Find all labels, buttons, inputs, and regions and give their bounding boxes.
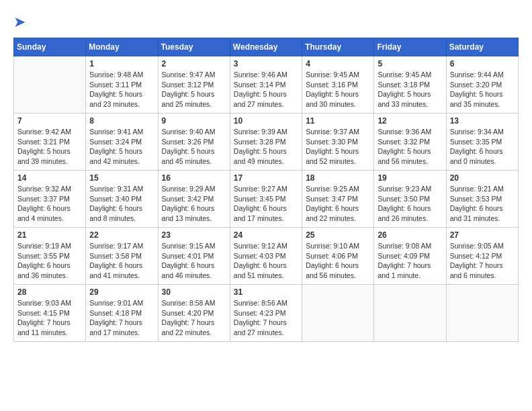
- day-info: Sunrise: 9:21 AMSunset: 3:53 PMDaylight:…: [450, 184, 515, 224]
- day-number: 27: [450, 230, 515, 240]
- calendar-cell: 14Sunrise: 9:32 AMSunset: 3:37 PMDayligh…: [14, 171, 86, 228]
- calendar-cell: 31Sunrise: 8:56 AMSunset: 4:23 PMDayligh…: [230, 285, 302, 342]
- day-number: 8: [89, 116, 154, 126]
- day-number: 15: [89, 173, 154, 183]
- day-number: 16: [162, 173, 226, 183]
- day-info: Sunrise: 9:17 AMSunset: 3:58 PMDaylight:…: [89, 241, 154, 281]
- day-number: 22: [89, 230, 154, 240]
- day-number: 26: [378, 230, 442, 240]
- calendar-cell: 26Sunrise: 9:08 AMSunset: 4:09 PMDayligh…: [374, 228, 446, 285]
- day-number: 11: [306, 116, 370, 126]
- day-info: Sunrise: 9:03 AMSunset: 4:15 PMDaylight:…: [17, 298, 82, 338]
- day-number: 10: [234, 116, 298, 126]
- calendar-cell: 7Sunrise: 9:42 AMSunset: 3:21 PMDaylight…: [14, 113, 86, 171]
- calendar-cell: [302, 285, 374, 342]
- day-number: 24: [234, 230, 298, 240]
- day-info: Sunrise: 9:42 AMSunset: 3:21 PMDaylight:…: [17, 127, 82, 167]
- calendar-table: SundayMondayTuesdayWednesdayThursdayFrid…: [13, 38, 519, 342]
- calendar-cell: 19Sunrise: 9:23 AMSunset: 3:50 PMDayligh…: [374, 171, 446, 228]
- day-info: Sunrise: 9:27 AMSunset: 3:45 PMDaylight:…: [234, 184, 298, 224]
- day-number: 14: [17, 173, 82, 183]
- calendar-cell: [14, 56, 86, 113]
- calendar-cell: 8Sunrise: 9:41 AMSunset: 3:24 PMDaylight…: [86, 113, 158, 171]
- day-info: Sunrise: 9:45 AMSunset: 3:16 PMDaylight:…: [306, 70, 370, 109]
- calendar-cell: [374, 285, 446, 342]
- day-info: Sunrise: 9:10 AMSunset: 4:06 PMDaylight:…: [306, 241, 370, 281]
- weekday-header-wednesday: Wednesday: [230, 38, 302, 56]
- day-info: Sunrise: 9:37 AMSunset: 3:30 PMDaylight:…: [306, 127, 370, 167]
- calendar-cell: 28Sunrise: 9:03 AMSunset: 4:15 PMDayligh…: [14, 285, 86, 342]
- page-header: ➤: [13, 13, 519, 31]
- calendar-cell: 1Sunrise: 9:48 AMSunset: 3:11 PMDaylight…: [86, 56, 158, 113]
- day-info: Sunrise: 9:31 AMSunset: 3:40 PMDaylight:…: [89, 184, 154, 224]
- day-number: 23: [162, 230, 226, 240]
- calendar-cell: 22Sunrise: 9:17 AMSunset: 3:58 PMDayligh…: [86, 228, 158, 285]
- day-info: Sunrise: 9:12 AMSunset: 4:03 PMDaylight:…: [234, 241, 298, 281]
- calendar-cell: 16Sunrise: 9:29 AMSunset: 3:42 PMDayligh…: [158, 171, 230, 228]
- calendar-cell: 29Sunrise: 9:01 AMSunset: 4:18 PMDayligh…: [86, 285, 158, 342]
- calendar-cell: 5Sunrise: 9:45 AMSunset: 3:18 PMDaylight…: [374, 56, 446, 113]
- day-number: 6: [450, 59, 515, 68]
- calendar-cell: 2Sunrise: 9:47 AMSunset: 3:12 PMDaylight…: [158, 56, 230, 113]
- day-number: 25: [306, 230, 370, 240]
- weekday-header-thursday: Thursday: [302, 38, 374, 56]
- calendar-cell: 21Sunrise: 9:19 AMSunset: 3:55 PMDayligh…: [14, 228, 86, 285]
- day-number: 17: [234, 173, 298, 183]
- calendar-cell: 17Sunrise: 9:27 AMSunset: 3:45 PMDayligh…: [230, 171, 302, 228]
- calendar-cell: 25Sunrise: 9:10 AMSunset: 4:06 PMDayligh…: [302, 228, 374, 285]
- day-number: 7: [17, 116, 82, 126]
- week-row-3: 14Sunrise: 9:32 AMSunset: 3:37 PMDayligh…: [14, 171, 519, 228]
- calendar-cell: 27Sunrise: 9:05 AMSunset: 4:12 PMDayligh…: [446, 228, 518, 285]
- calendar-cell: 11Sunrise: 9:37 AMSunset: 3:30 PMDayligh…: [302, 113, 374, 171]
- calendar-cell: 6Sunrise: 9:44 AMSunset: 3:20 PMDaylight…: [446, 56, 518, 113]
- day-info: Sunrise: 8:58 AMSunset: 4:20 PMDaylight:…: [162, 298, 226, 338]
- day-number: 1: [89, 59, 154, 68]
- logo: ➤: [13, 13, 26, 31]
- day-number: 4: [306, 59, 370, 68]
- day-info: Sunrise: 9:32 AMSunset: 3:37 PMDaylight:…: [17, 184, 82, 224]
- day-info: Sunrise: 9:29 AMSunset: 3:42 PMDaylight:…: [162, 184, 226, 224]
- day-number: 2: [162, 59, 226, 68]
- calendar-cell: 30Sunrise: 8:58 AMSunset: 4:20 PMDayligh…: [158, 285, 230, 342]
- day-info: Sunrise: 9:23 AMSunset: 3:50 PMDaylight:…: [378, 184, 442, 224]
- weekday-header-row: SundayMondayTuesdayWednesdayThursdayFrid…: [14, 38, 519, 56]
- calendar-cell: 10Sunrise: 9:39 AMSunset: 3:28 PMDayligh…: [230, 113, 302, 171]
- day-info: Sunrise: 9:48 AMSunset: 3:11 PMDaylight:…: [89, 70, 154, 109]
- day-number: 9: [162, 116, 226, 126]
- day-info: Sunrise: 9:44 AMSunset: 3:20 PMDaylight:…: [450, 70, 515, 109]
- weekday-header-monday: Monday: [86, 38, 158, 56]
- day-number: 19: [378, 173, 442, 183]
- day-number: 30: [162, 287, 226, 297]
- logo-bird-icon: ➤: [13, 13, 26, 30]
- calendar-cell: 12Sunrise: 9:36 AMSunset: 3:32 PMDayligh…: [374, 113, 446, 171]
- day-info: Sunrise: 8:56 AMSunset: 4:23 PMDaylight:…: [234, 298, 298, 338]
- calendar-cell: 20Sunrise: 9:21 AMSunset: 3:53 PMDayligh…: [446, 171, 518, 228]
- day-info: Sunrise: 9:05 AMSunset: 4:12 PMDaylight:…: [450, 241, 515, 281]
- calendar-cell: 24Sunrise: 9:12 AMSunset: 4:03 PMDayligh…: [230, 228, 302, 285]
- calendar-cell: 13Sunrise: 9:34 AMSunset: 3:35 PMDayligh…: [446, 113, 518, 171]
- calendar-cell: 15Sunrise: 9:31 AMSunset: 3:40 PMDayligh…: [86, 171, 158, 228]
- week-row-5: 28Sunrise: 9:03 AMSunset: 4:15 PMDayligh…: [14, 285, 519, 342]
- day-info: Sunrise: 9:47 AMSunset: 3:12 PMDaylight:…: [162, 70, 226, 109]
- day-info: Sunrise: 9:34 AMSunset: 3:35 PMDaylight:…: [450, 127, 515, 167]
- day-number: 18: [306, 173, 370, 183]
- day-number: 28: [17, 287, 82, 297]
- day-info: Sunrise: 9:36 AMSunset: 3:32 PMDaylight:…: [378, 127, 442, 167]
- day-info: Sunrise: 9:40 AMSunset: 3:26 PMDaylight:…: [162, 127, 226, 167]
- calendar-cell: [446, 285, 518, 342]
- day-info: Sunrise: 9:41 AMSunset: 3:24 PMDaylight:…: [89, 127, 154, 167]
- calendar-cell: 23Sunrise: 9:15 AMSunset: 4:01 PMDayligh…: [158, 228, 230, 285]
- day-info: Sunrise: 9:08 AMSunset: 4:09 PMDaylight:…: [378, 241, 442, 281]
- day-info: Sunrise: 9:19 AMSunset: 3:55 PMDaylight:…: [17, 241, 82, 281]
- day-number: 21: [17, 230, 82, 240]
- day-number: 12: [378, 116, 442, 126]
- weekday-header-sunday: Sunday: [14, 38, 86, 56]
- day-number: 13: [450, 116, 515, 126]
- day-number: 20: [450, 173, 515, 183]
- calendar-cell: 9Sunrise: 9:40 AMSunset: 3:26 PMDaylight…: [158, 113, 230, 171]
- day-number: 5: [378, 59, 442, 68]
- day-info: Sunrise: 9:45 AMSunset: 3:18 PMDaylight:…: [378, 70, 442, 109]
- weekday-header-tuesday: Tuesday: [158, 38, 230, 56]
- week-row-4: 21Sunrise: 9:19 AMSunset: 3:55 PMDayligh…: [14, 228, 519, 285]
- calendar-cell: 3Sunrise: 9:46 AMSunset: 3:14 PMDaylight…: [230, 56, 302, 113]
